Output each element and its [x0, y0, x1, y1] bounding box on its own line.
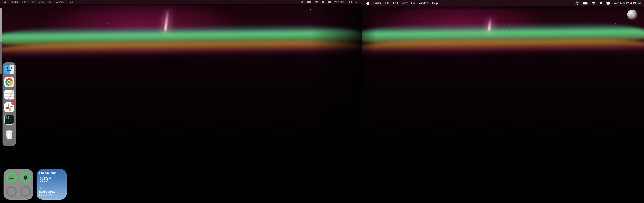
control-center-icon[interactable]: [328, 1, 331, 4]
dock-separator: [5, 127, 13, 127]
offscreen-widget-edge-bottom[interactable]: [0, 42, 2, 74]
terminal-cursor: [8, 116, 8, 119]
menu-bar-shadow: [362, 6, 644, 10]
sunburst-icon[interactable]: [575, 1, 579, 5]
menu-view[interactable]: View: [402, 2, 407, 5]
clock-date: Wed Mar 12: [614, 2, 629, 5]
mouse-icon: [24, 175, 27, 180]
menu-window[interactable]: Window: [418, 2, 428, 5]
menu-edit[interactable]: Edit: [393, 2, 398, 5]
menu-go[interactable]: Go: [411, 2, 415, 5]
slack-arm: [10, 106, 13, 107]
menu-file[interactable]: File: [385, 2, 390, 5]
dock-slack-icon[interactable]: •: [4, 102, 14, 112]
battery-charging-icon[interactable]: [307, 1, 312, 3]
menu-help[interactable]: Help: [432, 2, 438, 5]
wifi-icon[interactable]: [315, 1, 318, 3]
menu-help[interactable]: Help: [68, 1, 74, 3]
chrome-core: [8, 81, 10, 84]
slack-arm: [6, 107, 9, 109]
running-indicator: [3, 107, 4, 108]
dock-terminal-icon[interactable]: $: [4, 115, 14, 125]
left-edge-vignette: [362, 0, 644, 203]
spotlight-search-icon[interactable]: [600, 2, 602, 5]
menu-view[interactable]: View: [39, 1, 44, 3]
dock-chrome-icon[interactable]: [4, 77, 14, 87]
notification-badge: •: [12, 101, 15, 105]
menu-window[interactable]: Window: [56, 1, 64, 3]
dock: • $: [2, 62, 16, 146]
dock-trash-icon[interactable]: [4, 130, 14, 139]
menu-app-finder[interactable]: Finder: [373, 2, 381, 5]
offscreen-widget-edge-top[interactable]: [0, 8, 2, 42]
menu-file[interactable]: File: [22, 1, 26, 3]
sun-icon: [39, 186, 64, 190]
spotlight-search-icon[interactable]: [322, 1, 324, 3]
finder-smile: [6, 67, 12, 71]
display-right: Finder File Edit View Go Window Help: [362, 0, 644, 203]
trash-rim: [6, 130, 13, 132]
clock-date: Wed Mar 12: [334, 1, 347, 3]
running-indicator: [4, 120, 4, 120]
weather-high-low: H:59° L:42°: [39, 194, 64, 196]
batteries-widget[interactable]: [4, 169, 33, 200]
running-indicator: [3, 82, 4, 82]
weather-condition: Mostly Sunny: [39, 190, 64, 193]
weather-city: Philadelphia: [39, 172, 64, 175]
menu-go[interactable]: Go: [48, 1, 52, 3]
weather-temperature: 59°: [39, 175, 64, 184]
wallpaper-aurora: [362, 0, 644, 203]
slack-arm: [9, 108, 11, 111]
wifi-icon[interactable]: [592, 2, 595, 4]
menu-bar-shadow: [0, 4, 362, 6]
menu-app-finder[interactable]: Finder: [11, 1, 18, 3]
trash-body: [6, 131, 13, 139]
dock-notes-icon[interactable]: [4, 90, 14, 100]
clock-time: 4:49 PM: [630, 2, 641, 5]
sunburst-icon[interactable]: [300, 0, 304, 4]
apple-menu-icon[interactable]: [4, 1, 6, 3]
apple-menu-icon[interactable]: [366, 2, 369, 5]
battery-charging-icon[interactable]: [583, 2, 588, 4]
menu-bar-right-display: Finder File Edit View Go Window Help: [362, 0, 644, 6]
menu-bar-clock[interactable]: Wed Mar 12 4:49 PM: [614, 2, 641, 5]
display-left: Finder File Edit View Go Window Help: [0, 0, 362, 203]
menu-bar-left-display: Finder File Edit View Go Window Help: [0, 0, 362, 4]
weather-widget[interactable]: Philadelphia 59° Mostly Sunny H:59° L:42…: [36, 169, 67, 200]
battery-ring-laptop: [6, 172, 17, 183]
control-center-icon[interactable]: [606, 2, 610, 5]
battery-ring-empty: [20, 186, 31, 197]
laptop-icon: [9, 176, 14, 179]
dock-finder-icon[interactable]: [4, 64, 14, 74]
slack-arm: [8, 104, 10, 107]
terminal-prompt: $: [6, 116, 8, 119]
menu-bar-clock[interactable]: Wed Mar 12 4:49 PM: [334, 1, 358, 3]
battery-ring-empty: [6, 186, 17, 197]
clock-time: 4:49 PM: [349, 1, 358, 3]
menu-edit[interactable]: Edit: [30, 1, 34, 3]
battery-ring-mouse: [20, 172, 31, 183]
